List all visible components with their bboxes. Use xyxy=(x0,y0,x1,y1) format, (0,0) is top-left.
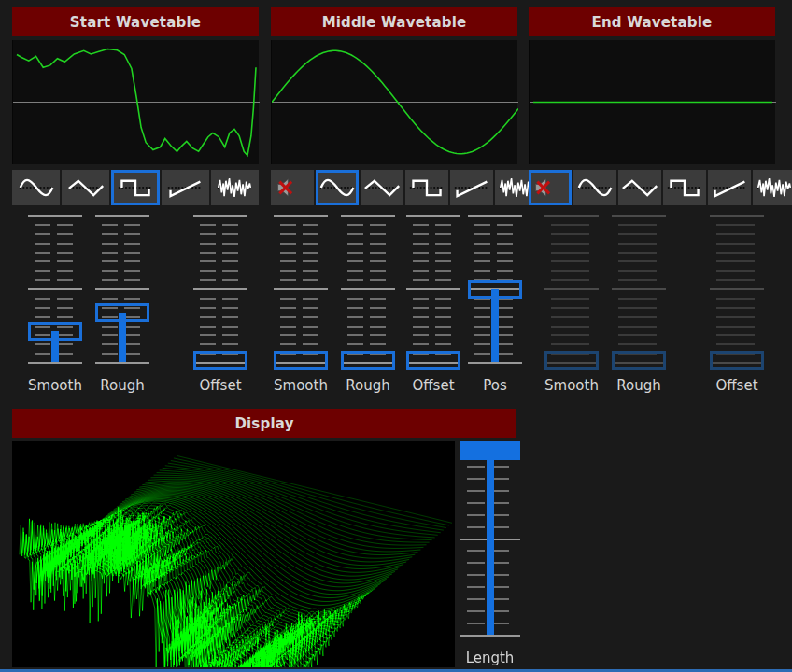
tick-minor xyxy=(303,233,318,235)
tick-minor xyxy=(467,562,485,564)
saw-wave-button[interactable] xyxy=(708,170,751,205)
square-wave-button[interactable] xyxy=(405,170,448,205)
tick-minor xyxy=(413,243,429,245)
tick-major xyxy=(274,288,328,290)
tick-minor xyxy=(102,353,118,355)
square-wave-icon xyxy=(666,175,703,201)
tick-minor xyxy=(347,334,363,336)
slider-handle[interactable] xyxy=(28,322,82,341)
noise-wave-button[interactable] xyxy=(753,170,792,205)
tick-major xyxy=(468,215,522,217)
slider-pos[interactable]: Pos xyxy=(468,215,522,401)
slider-group: SmoothRoughOffset xyxy=(529,215,775,401)
tick-minor xyxy=(102,260,118,262)
tick-minor xyxy=(222,270,238,272)
tick-minor xyxy=(370,252,386,254)
slider-track[interactable] xyxy=(341,215,395,364)
tick-major xyxy=(468,362,522,364)
square-wave-button[interactable] xyxy=(111,170,159,205)
slider-smooth[interactable]: Smooth xyxy=(274,215,328,401)
tick-minor xyxy=(716,224,755,226)
tick-major xyxy=(95,215,149,217)
slider-handle[interactable] xyxy=(274,351,328,370)
tick-minor xyxy=(716,316,755,318)
mute-button[interactable] xyxy=(529,170,572,205)
tick-minor xyxy=(551,270,589,272)
slider-track[interactable] xyxy=(406,215,460,364)
tick-minor xyxy=(35,224,50,226)
slider-rough[interactable]: Rough xyxy=(95,215,149,401)
tick-major xyxy=(341,215,395,217)
tick-minor xyxy=(347,279,363,281)
sine-wave-button[interactable] xyxy=(12,170,60,205)
sine-wave-button[interactable] xyxy=(316,170,359,205)
tick-minor xyxy=(124,353,140,355)
tick-minor xyxy=(280,270,296,272)
tick-minor xyxy=(497,316,513,318)
tick-minor xyxy=(370,279,386,281)
slider-offset[interactable]: Offset xyxy=(193,215,248,401)
slider-track[interactable] xyxy=(460,441,520,637)
saw-wave-button[interactable] xyxy=(162,170,209,205)
tick-minor xyxy=(413,224,429,226)
tick-minor xyxy=(435,343,451,345)
tick-minor xyxy=(474,307,490,309)
tick-minor xyxy=(280,316,296,318)
tick-minor xyxy=(413,334,429,336)
tick-minor xyxy=(303,326,318,328)
tick-minor xyxy=(467,526,485,528)
tick-minor xyxy=(57,224,73,226)
sine-wave-button[interactable] xyxy=(573,170,616,205)
triangle-wave-button[interactable] xyxy=(361,170,403,205)
slider-handle xyxy=(544,351,599,370)
tick-minor xyxy=(491,502,509,504)
slider-offset[interactable]: Offset xyxy=(406,215,460,401)
tick-minor xyxy=(280,243,296,245)
slider-handle[interactable] xyxy=(193,351,248,370)
mute-icon xyxy=(531,175,569,201)
slider-smooth[interactable]: Smooth xyxy=(28,215,82,401)
tick-minor xyxy=(280,298,296,300)
slider-handle[interactable] xyxy=(341,351,395,370)
tick-minor xyxy=(222,316,238,318)
slider-track[interactable] xyxy=(710,215,764,364)
triangle-wave-button[interactable] xyxy=(618,170,661,205)
tick-minor xyxy=(102,343,118,345)
sine-wave-icon xyxy=(18,175,55,201)
tick-minor xyxy=(57,298,73,300)
tick-major xyxy=(95,288,149,290)
slider-track[interactable] xyxy=(468,215,522,364)
panel-title: End Wavetable xyxy=(529,7,775,36)
slider-handle[interactable] xyxy=(468,280,522,299)
tick-minor xyxy=(200,252,216,254)
noise-wave-button[interactable] xyxy=(211,170,259,205)
mute-button[interactable] xyxy=(271,170,314,205)
slider-track[interactable] xyxy=(95,215,149,364)
slider-track[interactable] xyxy=(544,215,599,364)
tick-minor xyxy=(370,224,386,226)
tick-minor xyxy=(413,270,429,272)
tick-minor xyxy=(222,233,238,235)
saw-wave-button[interactable] xyxy=(450,170,493,205)
slider-rough[interactable]: Rough xyxy=(341,215,395,401)
slider-handle[interactable] xyxy=(460,441,520,460)
slider-handle[interactable] xyxy=(406,351,460,370)
slider-handle[interactable] xyxy=(95,303,149,322)
tick-minor xyxy=(551,243,589,245)
tick-minor xyxy=(413,326,429,328)
triangle-wave-button[interactable] xyxy=(62,170,109,205)
slider-track[interactable] xyxy=(28,215,82,364)
tick-minor xyxy=(102,326,118,328)
tick-major xyxy=(193,215,248,217)
tick-minor xyxy=(497,270,513,272)
slider-handle xyxy=(710,351,764,370)
slider-track[interactable] xyxy=(274,215,328,364)
tick-minor xyxy=(347,243,363,245)
slider-track[interactable] xyxy=(612,215,666,364)
square-wave-button[interactable] xyxy=(663,170,706,205)
slider-length[interactable]: Length xyxy=(460,441,520,672)
saw-wave-icon xyxy=(453,175,490,201)
tick-minor xyxy=(280,252,296,254)
tick-minor xyxy=(435,307,451,309)
slider-track[interactable] xyxy=(193,215,248,364)
